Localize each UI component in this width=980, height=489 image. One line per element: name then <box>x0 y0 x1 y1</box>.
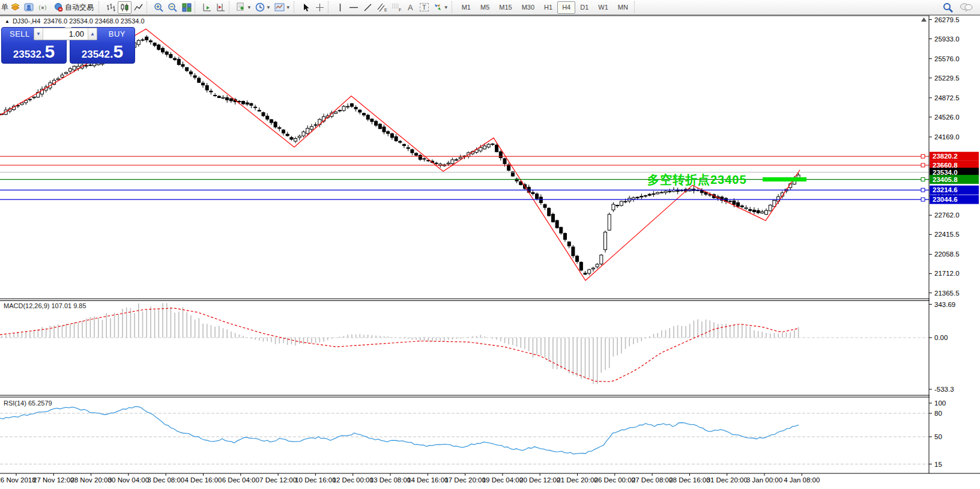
candle-body <box>202 83 205 85</box>
price-axis-label: 21712.0 <box>934 270 960 277</box>
candle-body <box>169 55 172 58</box>
time-axis-label: 20 Dec 12:00 <box>519 476 560 484</box>
candle-body <box>733 201 736 204</box>
candle-body <box>222 97 225 99</box>
candle-body <box>579 263 582 270</box>
time-axis-label: 7 Dec 12:00 <box>259 476 297 484</box>
candle-body <box>636 197 639 198</box>
price-axis-label: 26279.5 <box>934 16 960 23</box>
macd-indicator-label: MACD(12,26,9) 107.01 9.85 <box>4 302 86 309</box>
candle-body <box>499 152 502 158</box>
candle-body <box>229 99 232 101</box>
chart-ohlc: 23476.0 23534.0 23468.0 23534.0 <box>43 17 144 25</box>
candle-body <box>346 106 349 107</box>
candle-body <box>198 78 201 82</box>
candle-body <box>507 165 510 170</box>
price-axis-label: 22415.5 <box>934 231 960 238</box>
candle-body <box>740 206 743 207</box>
turning-point-annotation[interactable]: 多空转折点23405 <box>647 172 747 188</box>
candle-body <box>395 136 398 141</box>
volume-input[interactable]: 1.00 <box>43 28 88 40</box>
candle-body <box>157 45 160 50</box>
candle-body <box>266 116 269 119</box>
buy-price: 23542.5 <box>70 43 135 61</box>
price-axis-label: 22762.0 <box>934 211 960 219</box>
candle-body <box>435 163 438 163</box>
candle-body <box>270 120 273 123</box>
candle-body <box>491 144 494 144</box>
candle-body <box>141 40 144 40</box>
candle-body <box>660 192 663 193</box>
candle-body <box>539 197 542 202</box>
candle-body <box>664 191 667 192</box>
candle-body <box>737 202 740 206</box>
time-axis-label: 6 Dec 04:00 <box>222 476 259 484</box>
candle-body <box>700 190 703 192</box>
candle-body <box>656 192 659 194</box>
candle-body <box>65 72 68 73</box>
price-tag-text: 23820.2 <box>933 153 958 160</box>
rsi-indicator-label: RSI(14) 65.2579 <box>4 399 52 407</box>
hline-handle[interactable] <box>921 198 925 201</box>
candle-body <box>709 195 712 195</box>
hline-handle[interactable] <box>921 188 925 192</box>
time-axis-label: 21 Dec 20:00 <box>557 476 597 484</box>
sell-label: SELL <box>10 29 30 38</box>
candle-body <box>286 134 289 136</box>
candle-body <box>387 132 390 133</box>
volume-increase-button[interactable]: ▲ <box>88 28 97 40</box>
candle-body <box>447 163 450 164</box>
candle-body <box>620 201 623 205</box>
candle-body <box>177 59 180 65</box>
candle-body <box>28 99 31 100</box>
macd-axis-label: 0.00 <box>934 334 948 341</box>
candle-body <box>153 43 156 46</box>
candle-body <box>358 110 361 112</box>
highlight-bar[interactable] <box>763 177 806 181</box>
candle-body <box>560 227 563 233</box>
candle-body <box>503 159 506 164</box>
candle-body <box>584 273 587 275</box>
candle-body <box>761 211 764 213</box>
candle-body <box>769 205 772 210</box>
candle-body <box>310 127 313 130</box>
candle-body <box>495 145 498 151</box>
rsi-axis-label: 50 <box>934 433 942 440</box>
candle-body <box>378 124 381 129</box>
candle-body <box>487 144 490 147</box>
candle-body <box>298 136 301 138</box>
candle-body <box>668 191 671 192</box>
volume-decrease-button[interactable]: ▼ <box>34 28 43 40</box>
chart-canvas[interactable]: 26279.525933.025576.025229.524872.524526… <box>0 0 980 489</box>
candle-body <box>162 48 165 52</box>
candle-body <box>371 119 374 121</box>
candle-body <box>302 132 305 136</box>
candle-body <box>407 148 410 148</box>
candle-body <box>757 211 760 213</box>
candle-body <box>572 247 575 256</box>
candle-body <box>531 192 534 193</box>
hline-handle[interactable] <box>921 154 925 158</box>
candle-body <box>640 196 643 197</box>
hline-handle[interactable] <box>921 178 925 181</box>
volume-box: ▼ 1.00 ▲ <box>34 28 97 40</box>
candle-body <box>745 208 748 208</box>
one-click-trading-panel: SELL 23532.5 BUY 23542.5 ▼ 1.00 ▲ <box>1 27 135 64</box>
candle-body <box>68 68 71 71</box>
symbol-triangle-icon: ▲ <box>5 19 10 24</box>
candle-body <box>354 108 357 109</box>
candle-body <box>551 214 554 222</box>
candle-body <box>366 115 369 120</box>
hline-handle[interactable] <box>921 163 925 167</box>
candle-body <box>254 107 257 108</box>
mt4-window: 单 自 <box>0 0 980 489</box>
sell-price: 23532.5 <box>2 43 66 61</box>
time-axis-label: 4 Jan 08:00 <box>784 476 820 484</box>
candle-body <box>85 65 88 66</box>
candle-body <box>350 104 353 107</box>
candle-body <box>728 201 731 202</box>
candle-body <box>262 112 265 115</box>
chart-title: ▲ DJ30-,H4 23476.0 23534.0 23468.0 23534… <box>5 17 145 25</box>
rsi-axis-label: 100 <box>934 399 946 407</box>
candle-body <box>543 204 546 207</box>
